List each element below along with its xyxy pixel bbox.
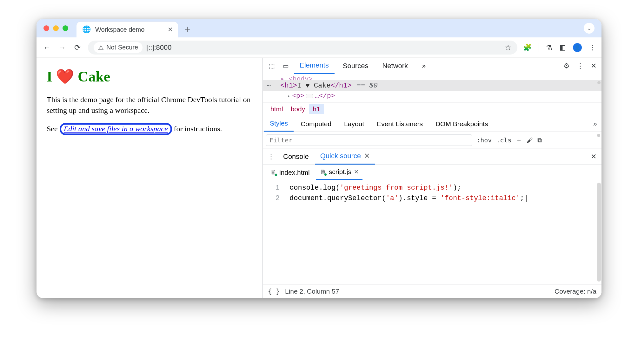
file-label-index: index.html: [279, 169, 310, 176]
chrome-menu-icon[interactable]: ⋮: [589, 43, 596, 52]
content-split: I ❤️ Cake This is the demo page for the …: [37, 58, 601, 298]
dom-line-next[interactable]: ▸ <p> …</p>: [263, 91, 601, 101]
inspect-element-icon[interactable]: ⬚: [266, 62, 277, 70]
divider: [539, 43, 539, 52]
tab-sources[interactable]: Sources: [337, 58, 374, 74]
bookmark-star-icon[interactable]: ☆: [505, 43, 512, 52]
computed-sidebarlike-icon[interactable]: ⧉: [537, 136, 542, 144]
styles-subtabs: Styles Computed Layout Event Listeners D…: [263, 116, 601, 132]
close-icon[interactable]: ✕: [168, 26, 173, 33]
new-tab-button[interactable]: ＋: [183, 24, 192, 34]
subtab-computed[interactable]: Computed: [295, 116, 337, 132]
tab-more[interactable]: »: [416, 58, 431, 74]
tab-network[interactable]: Network: [376, 58, 414, 74]
drawer-tab-console[interactable]: Console: [278, 148, 314, 165]
forward-button[interactable]: →: [57, 43, 67, 52]
dom-line-selected[interactable]: ⋯ <h1>I ♥ Cake</h1> == $0: [263, 80, 601, 91]
ellipsis-icon[interactable]: ⋯: [267, 81, 271, 91]
styles-filter-input[interactable]: [266, 134, 472, 146]
browser-tab[interactable]: 🌐 Workspace demo ✕: [76, 22, 178, 37]
heart-icon: ❤️: [56, 68, 74, 85]
crumb-body[interactable]: body: [287, 104, 309, 114]
back-button[interactable]: ←: [42, 43, 52, 52]
titlebar: 🌐 Workspace demo ✕ ＋ ⌄: [37, 19, 601, 37]
file-icon: 🗎: [320, 168, 326, 176]
tab-title: Workspace demo: [95, 26, 144, 33]
traffic-light-zoom[interactable]: [63, 25, 68, 31]
security-label: Not Secure: [106, 44, 138, 51]
subtab-dom-breakpoints[interactable]: DOM Breakpoints: [430, 116, 494, 132]
crumb-html[interactable]: html: [267, 104, 287, 114]
browser-toolbar: ← → ⟳ ⚠︎ Not Secure [::]:8000 ☆ 🧩 ⚗︎ ◧ 👤…: [37, 37, 601, 58]
kebab-menu-icon[interactable]: ⋮: [577, 62, 584, 70]
subtab-more[interactable]: »: [593, 120, 597, 128]
code-editor[interactable]: 12 console.log('greetings from script.js…: [263, 180, 601, 284]
page-heading: I ❤️ Cake: [47, 67, 252, 87]
dom-open-tag: <h1>: [280, 81, 297, 91]
pretty-print-icon[interactable]: { }: [268, 288, 280, 295]
dom-tree[interactable]: ▸ <body> ⋯ <h1>I ♥ Cake</h1> == $0 ▸ <p>…: [263, 74, 601, 102]
file-tab-index[interactable]: 🗎 index.html: [267, 165, 314, 180]
dom-line-prev: ▸ <body>: [263, 74, 601, 80]
subtab-styles[interactable]: Styles: [264, 116, 294, 132]
omnibox[interactable]: ⚠︎ Not Secure [::]:8000 ☆: [88, 41, 517, 55]
cursor-position: Line 2, Column 57: [285, 288, 339, 295]
globe-icon: 🌐: [82, 25, 91, 34]
warning-icon: ⚠︎: [98, 44, 104, 51]
subtab-event-listeners[interactable]: Event Listeners: [371, 116, 429, 132]
drawer-tabstrip: ⋮ Console Quick source ✕ ✕: [263, 148, 601, 165]
scroll-indicator: [597, 81, 601, 84]
hov-toggle[interactable]: :hov: [476, 136, 492, 144]
security-chip[interactable]: ⚠︎ Not Secure: [94, 42, 143, 53]
drawer-kebab-icon[interactable]: ⋮: [265, 153, 277, 161]
reload-button[interactable]: ⟳: [73, 43, 82, 52]
cls-toggle[interactable]: .cls: [496, 136, 511, 144]
settings-gear-icon[interactable]: ⚙: [563, 62, 570, 70]
extensions-icon[interactable]: 🧩: [523, 43, 532, 52]
link-suffix: for instructions.: [172, 125, 222, 133]
editor-statusbar: { } Line 2, Column 57 Coverage: n/a: [263, 284, 601, 298]
profile-avatar[interactable]: 👤: [573, 43, 582, 52]
dom-text: I ♥ Cake: [297, 81, 331, 91]
line-gutter: 12: [263, 180, 285, 284]
new-style-rule-icon[interactable]: ＋: [516, 136, 522, 144]
drawer-tab-quick-source[interactable]: Quick source ✕: [315, 148, 375, 165]
scroll-indicator: [597, 134, 600, 137]
close-devtools-icon[interactable]: ✕: [591, 62, 596, 70]
dom-breadcrumbs: html body h1: [263, 102, 601, 116]
code-content[interactable]: console.log('greetings from script.js!')…: [285, 180, 533, 284]
tablist-toggle[interactable]: ⌄: [584, 23, 595, 34]
dom-dollar-zero: == $0: [357, 81, 378, 91]
traffic-light-minimize[interactable]: [53, 25, 59, 31]
side-panel-icon[interactable]: ◧: [559, 43, 566, 52]
intro-paragraph: This is the demo page for the official C…: [47, 94, 252, 116]
close-icon[interactable]: ✕: [354, 168, 359, 175]
traffic-light-close[interactable]: [43, 25, 49, 31]
crumb-h1[interactable]: h1: [309, 104, 324, 114]
file-tab-script[interactable]: 🗎 script.js ✕: [316, 165, 362, 180]
rendered-page: I ❤️ Cake This is the demo page for the …: [37, 58, 263, 298]
heading-suffix: Cake: [74, 68, 110, 85]
url-text: [::]:8000: [146, 43, 172, 52]
drawer-close-icon[interactable]: ✕: [591, 153, 596, 161]
link-paragraph: See Edit and save files in a workspace f…: [47, 124, 252, 134]
expand-icon[interactable]: ▸: [288, 93, 290, 100]
link-highlight: Edit and save files in a workspace: [60, 123, 172, 135]
coverage-status: Coverage: n/a: [555, 288, 596, 295]
devtools-drawer: ⋮ Console Quick source ✕ ✕ 🗎 index.html: [263, 148, 601, 298]
paintbrush-icon[interactable]: 🖌: [527, 136, 533, 144]
editor-file-tabs: 🗎 index.html 🗎 script.js ✕: [263, 165, 601, 180]
window-controls: [43, 25, 68, 31]
dom-close-tag: </h1>: [331, 81, 352, 91]
tab-elements[interactable]: Elements: [294, 58, 335, 74]
drawer-tab-quick-source-label: Quick source: [320, 152, 361, 160]
close-icon[interactable]: ✕: [364, 152, 370, 160]
device-toolbar-icon[interactable]: ▭: [280, 62, 291, 70]
labs-icon[interactable]: ⚗︎: [546, 43, 552, 52]
link-prefix: See: [47, 125, 60, 133]
tutorial-link[interactable]: Edit and save files in a workspace: [64, 125, 168, 133]
subtab-layout[interactable]: Layout: [338, 116, 370, 132]
collapsed-placeholder-icon: [306, 94, 313, 98]
scrollbar[interactable]: [597, 183, 601, 282]
browser-window: 🌐 Workspace demo ✕ ＋ ⌄ ← → ⟳ ⚠︎ Not Secu…: [37, 19, 601, 298]
